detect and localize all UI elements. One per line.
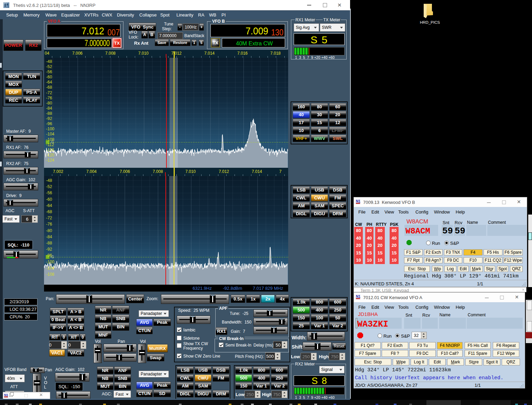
svg-text:-92: -92: [46, 116, 52, 121]
svg-text:N1: N1: [356, 295, 360, 298]
svg-text:-80: -80: [46, 101, 52, 106]
svg-text:-52: -52: [46, 64, 52, 69]
svg-text:-68: -68: [46, 85, 52, 90]
svg-text:-116: -116: [46, 147, 54, 152]
svg-text:-100: -100: [46, 260, 54, 264]
svg-text:-96: -96: [46, 121, 52, 126]
svg-text:-108: -108: [46, 272, 54, 277]
svg-text:-124: -124: [46, 158, 54, 163]
svg-text:-60: -60: [46, 75, 52, 79]
svg-text:N1: N1: [356, 199, 360, 203]
svg-text:-64: -64: [46, 80, 52, 85]
svg-text:-104: -104: [46, 266, 54, 271]
svg-text:-104: -104: [46, 132, 54, 136]
svg-text:-52: -52: [46, 184, 52, 189]
svg-text:-88: -88: [46, 111, 52, 116]
svg-text:-48: -48: [46, 59, 52, 64]
svg-text:-72: -72: [46, 90, 52, 95]
svg-text:-64: -64: [46, 203, 52, 208]
svg-text:-80: -80: [46, 228, 52, 233]
svg-text:-84: -84: [46, 106, 52, 111]
svg-text:-76: -76: [46, 96, 52, 100]
svg-text:-60: -60: [46, 197, 52, 202]
svg-text:-76: -76: [46, 222, 52, 227]
svg-text:-56: -56: [46, 69, 52, 74]
svg-text:-100: -100: [46, 127, 54, 131]
svg-text:-108: -108: [46, 137, 54, 142]
svg-text:-88: -88: [46, 241, 52, 245]
svg-text:-92: -92: [46, 247, 52, 252]
svg-text:-84: -84: [46, 234, 52, 239]
svg-text:-96: -96: [46, 253, 52, 258]
svg-text:-120: -120: [46, 153, 54, 157]
svg-text:-56: -56: [46, 190, 52, 195]
svg-text:-48: -48: [46, 178, 52, 183]
svg-text:-72: -72: [46, 216, 52, 220]
svg-text:-68: -68: [46, 209, 52, 214]
svg-text:N1: N1: [4, 393, 8, 397]
svg-text:-112: -112: [46, 142, 54, 147]
